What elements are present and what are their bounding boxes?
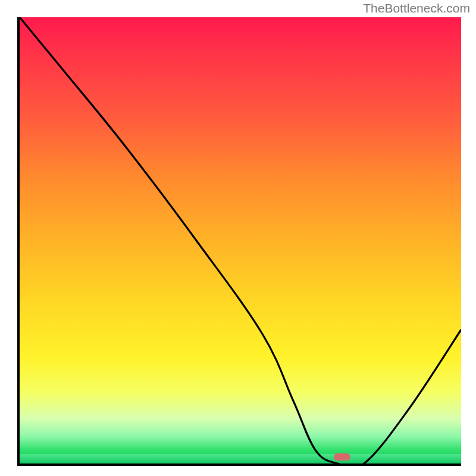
optimum-marker <box>334 453 350 461</box>
chart-axes <box>17 17 461 466</box>
chart-curve-svg <box>20 17 461 464</box>
chart-curve-path <box>20 17 461 464</box>
watermark-text: TheBottleneck.com <box>363 1 470 15</box>
